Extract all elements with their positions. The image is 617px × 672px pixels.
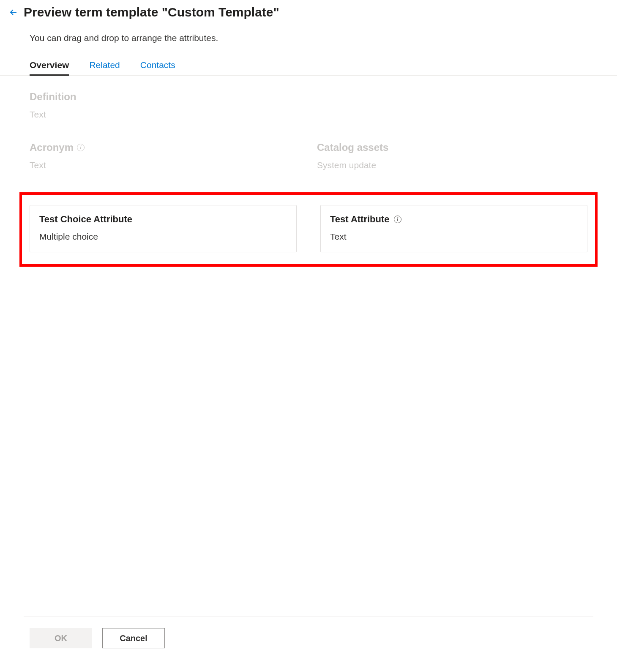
tabs: Overview Related Contacts [0,43,617,76]
cancel-button[interactable]: Cancel [102,628,165,648]
field-label-acronym-text: Acronym [30,142,74,153]
info-icon[interactable]: i [77,144,85,151]
tab-contacts[interactable]: Contacts [140,60,175,75]
attribute-card-sub: Text [330,232,578,242]
attribute-card-title-text: Test Attribute [330,214,390,225]
attribute-card-sub: Multiple choice [39,232,287,242]
field-definition: Definition Text [30,91,587,120]
page-subtitle: You can drag and drop to arrange the att… [0,19,617,43]
header: Preview term template "Custom Template" [0,0,617,19]
page-title: Preview term template "Custom Template" [24,5,279,19]
back-arrow-icon[interactable] [8,7,19,17]
field-label-acronym: Acronym i [30,142,300,153]
field-acronym: Acronym i Text [30,142,300,170]
attribute-card-test-attribute[interactable]: Test Attribute i Text [320,205,587,252]
attribute-card-title-text: Test Choice Attribute [39,214,132,225]
attribute-card-test-choice[interactable]: Test Choice Attribute Multiple choice [30,205,297,252]
attribute-card-title: Test Choice Attribute [39,214,287,225]
field-value-acronym: Text [30,160,300,170]
footer: OK Cancel [30,628,165,648]
tab-overview[interactable]: Overview [30,60,69,75]
info-icon[interactable]: i [394,216,401,223]
content: Definition Text Acronym i Text Catalog a… [0,76,617,267]
field-value-catalog: System update [317,160,587,170]
custom-attribute-cards: Test Choice Attribute Multiple choice Te… [30,205,587,252]
field-label-catalog: Catalog assets [317,142,587,153]
field-catalog: Catalog assets System update [317,142,587,170]
footer-divider [24,617,593,617]
tab-related[interactable]: Related [89,60,120,75]
attribute-card-title: Test Attribute i [330,214,578,225]
field-value-definition: Text [30,109,587,120]
field-label-definition: Definition [30,91,587,103]
custom-attributes-highlight: Test Choice Attribute Multiple choice Te… [19,192,598,267]
ok-button: OK [30,628,92,648]
field-row-two: Acronym i Text Catalog assets System upd… [30,142,587,170]
